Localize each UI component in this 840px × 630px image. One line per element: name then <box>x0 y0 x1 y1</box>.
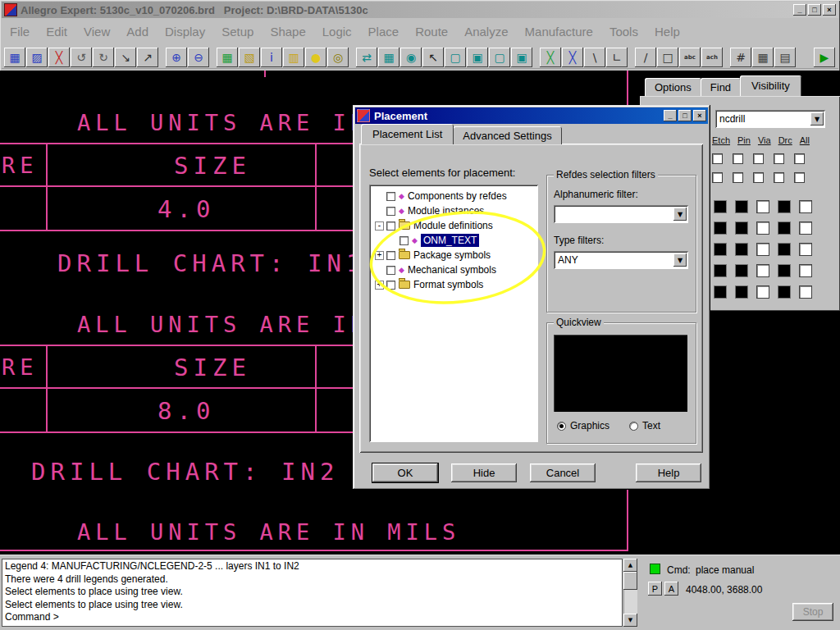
layer-swatch[interactable] <box>778 221 791 235</box>
visibility-film-select[interactable]: ncdrill ▼ <box>715 110 825 128</box>
column-header-drc[interactable]: Drc <box>778 135 792 145</box>
column-header-via[interactable]: Via <box>758 135 771 145</box>
element-info-icon[interactable]: i <box>261 48 282 67</box>
tree-checkbox[interactable] <box>386 266 395 275</box>
zoom-in-icon[interactable]: ⊕ <box>166 48 187 67</box>
layer-checkbox[interactable] <box>799 285 812 299</box>
via-icon[interactable]: ◉ <box>400 48 422 67</box>
tree-item[interactable]: +Format symbols <box>369 277 538 292</box>
stop-button[interactable]: Stop <box>792 603 833 621</box>
layer-swatch[interactable] <box>714 243 727 256</box>
layer-checkbox[interactable] <box>712 153 723 164</box>
column-header-all[interactable]: All <box>800 135 810 145</box>
tree-item[interactable]: +Package symbols <box>369 248 538 262</box>
menu-display[interactable]: Display <box>157 25 213 39</box>
menu-logic[interactable]: Logic <box>314 25 360 39</box>
tree-item[interactable]: ◆Components by refdes <box>369 189 538 203</box>
pointer-icon[interactable]: ↖ <box>422 48 444 67</box>
layer-checkbox[interactable] <box>799 200 812 213</box>
grid-toggle-icon[interactable]: ▦ <box>217 48 238 67</box>
layer-checkbox[interactable] <box>756 243 769 256</box>
undo-icon[interactable]: ↺ <box>71 48 92 67</box>
tree-checkbox[interactable] <box>386 281 395 290</box>
matrix-icon[interactable]: ▦ <box>378 48 399 67</box>
column-header-etch[interactable]: Etch <box>712 135 730 145</box>
layer-swatch[interactable] <box>735 221 748 235</box>
layer-checkbox[interactable] <box>774 153 784 164</box>
menu-file[interactable]: File <box>2 25 38 39</box>
layer-swatch[interactable] <box>714 200 727 213</box>
layer-checkbox[interactable] <box>756 264 769 277</box>
target-icon[interactable]: ◎ <box>327 48 349 67</box>
layer-swatch[interactable] <box>735 285 748 299</box>
tree-item[interactable]: -Module definitions <box>369 218 538 233</box>
dialog-maximize-button[interactable]: □ <box>678 110 692 121</box>
tree-checkbox[interactable] <box>386 192 395 201</box>
layer-swatch[interactable] <box>778 285 791 299</box>
tree-item[interactable]: ◆Mechanical symbols <box>369 262 538 277</box>
menu-help[interactable]: Help <box>646 25 688 39</box>
add-connect-icon[interactable]: \ <box>584 48 605 67</box>
layer-swatch[interactable] <box>778 200 791 213</box>
column-header-pin[interactable]: Pin <box>737 135 751 145</box>
layer-swatch[interactable] <box>714 264 727 277</box>
console-scrollbar[interactable]: ▲ ▼ <box>623 559 637 627</box>
label-icon[interactable]: ▥ <box>283 48 304 67</box>
placement-dialog-titlebar[interactable]: Placement _□× <box>355 107 708 124</box>
layer-checkbox[interactable] <box>712 172 723 183</box>
grid-fill-icon[interactable]: ▦ <box>752 48 774 67</box>
layer-swatch[interactable] <box>735 264 748 277</box>
menu-manufacture[interactable]: Manufacture <box>517 25 601 39</box>
layer-checkbox[interactable] <box>756 221 769 235</box>
tree-checkbox[interactable] <box>399 236 409 245</box>
alphanumeric-filter-input[interactable]: ▼ <box>554 205 688 223</box>
layer-swatch[interactable] <box>778 264 791 277</box>
menu-shape[interactable]: Shape <box>262 25 313 39</box>
layer-swatch[interactable] <box>735 243 748 256</box>
run-icon[interactable]: ▶ <box>814 48 835 67</box>
text-radio[interactable] <box>629 422 638 431</box>
window-4-icon[interactable]: ▣ <box>511 48 532 67</box>
grid-hash-icon[interactable]: # <box>730 48 751 67</box>
tree-checkbox[interactable] <box>386 221 395 231</box>
add-line-icon[interactable]: / <box>635 48 656 67</box>
layer-swatch[interactable] <box>714 221 727 235</box>
grid-dots-icon[interactable]: ▤ <box>774 48 796 67</box>
layer-checkbox[interactable] <box>753 153 764 164</box>
add-rect-icon[interactable]: □ <box>657 48 678 67</box>
edit-text-icon[interactable]: ach <box>701 48 723 67</box>
tab-visibility[interactable]: Visibility <box>740 75 801 96</box>
scroll-down-icon[interactable]: ▼ <box>623 614 637 627</box>
color-dialog-icon[interactable]: ▧ <box>239 48 260 67</box>
tree-checkbox[interactable] <box>386 251 395 260</box>
window-minimize-button[interactable]: _ <box>793 4 806 16</box>
open-board-icon[interactable]: ▦ <box>4 48 25 67</box>
menu-route[interactable]: Route <box>407 25 456 39</box>
expand-icon[interactable]: + <box>375 251 384 260</box>
ok-button[interactable]: OK <box>372 463 438 482</box>
window-2-icon[interactable]: ▣ <box>467 48 488 67</box>
tree-item[interactable]: ◆Module instances <box>369 203 538 218</box>
dialog-tab-placement-list[interactable]: Placement List <box>361 124 454 144</box>
redo-icon[interactable]: ↻ <box>93 48 114 67</box>
move-icon[interactable]: ↘ <box>115 48 136 67</box>
expand-icon[interactable]: + <box>375 281 384 290</box>
layer-checkbox[interactable] <box>733 153 743 164</box>
tab-options[interactable]: Options <box>645 78 701 96</box>
layer-checkbox[interactable] <box>794 153 805 164</box>
add-text-icon[interactable]: abc <box>679 48 701 67</box>
command-console[interactable]: Legend 4: MANUFACTURING/NCLEGEND-2-5 ...… <box>2 559 623 627</box>
collapse-icon[interactable]: - <box>375 221 384 231</box>
highlight-icon[interactable]: ● <box>305 48 326 67</box>
type-filters-select[interactable]: ANY ▼ <box>554 251 688 269</box>
layer-checkbox[interactable] <box>753 172 764 183</box>
placement-tree[interactable]: ◆Components by refdes◆Module instances-M… <box>369 185 538 442</box>
layer-checkbox[interactable] <box>799 243 812 256</box>
menu-edit[interactable]: Edit <box>38 25 75 39</box>
pick-button[interactable]: P <box>648 582 662 596</box>
menu-add[interactable]: Add <box>118 25 157 39</box>
layer-checkbox[interactable] <box>756 200 769 213</box>
dialog-minimize-button[interactable]: _ <box>664 110 677 121</box>
layer-checkbox[interactable] <box>774 172 784 183</box>
layer-checkbox[interactable] <box>799 221 812 235</box>
